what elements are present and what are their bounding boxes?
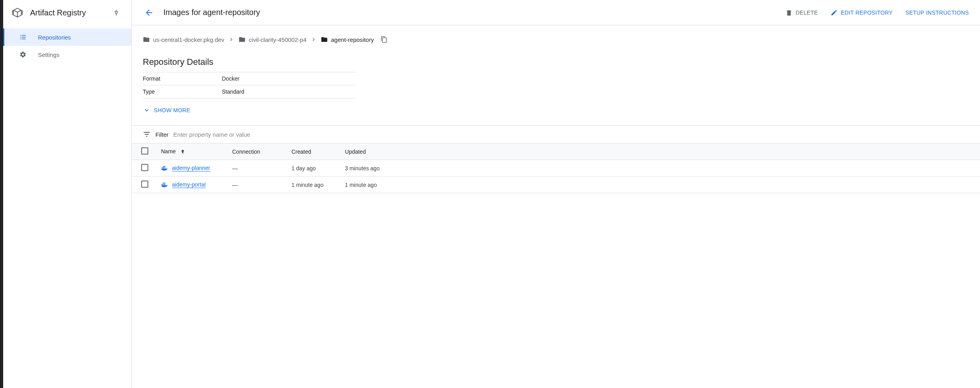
select-all-checkbox[interactable] [141, 147, 148, 154]
details-table: Format Docker Type Standard [143, 72, 356, 98]
cell-updated: 1 minute ago [339, 177, 980, 193]
breadcrumb-item[interactable]: us-central1-docker.pkg.dev [143, 36, 224, 43]
folder-icon [143, 36, 150, 43]
svg-rect-2 [20, 37, 21, 38]
sidebar-header: Artifact Registry [3, 0, 131, 25]
svg-rect-7 [163, 167, 164, 168]
svg-rect-5 [22, 39, 26, 40]
table-header-row: Name Connection Created Updated [132, 143, 980, 160]
cell-updated: 3 minutes ago [339, 160, 980, 177]
pencil-icon [831, 9, 838, 16]
svg-rect-15 [164, 183, 165, 184]
svg-rect-8 [164, 167, 165, 168]
delete-label: DELETE [796, 9, 818, 16]
docker-icon [161, 165, 169, 171]
details-value: Standard [222, 85, 356, 98]
sidebar-item-label: Repositories [38, 34, 71, 41]
svg-rect-13 [164, 184, 165, 185]
filter-bar: Filter [132, 125, 980, 143]
chevron-right-icon [228, 36, 235, 43]
svg-rect-9 [163, 166, 164, 167]
svg-rect-12 [163, 184, 164, 185]
gear-icon [19, 51, 27, 58]
sort-ascending-icon [180, 148, 186, 154]
details-value: Docker [222, 72, 356, 85]
svg-rect-11 [162, 184, 163, 185]
breadcrumb-label: agent-repository [331, 36, 374, 43]
column-header-created[interactable]: Created [285, 143, 339, 160]
column-header-name[interactable]: Name [155, 143, 226, 160]
back-button[interactable] [141, 5, 157, 21]
table-row: aidemy-planner — 1 day ago 3 minutes ago [132, 160, 980, 177]
breadcrumb: us-central1-docker.pkg.dev civil-clarity… [143, 33, 969, 46]
svg-rect-0 [20, 35, 21, 36]
svg-rect-10 [164, 166, 165, 167]
show-more-label: SHOW MORE [154, 107, 190, 113]
column-header-connection[interactable]: Connection [226, 143, 285, 160]
chevron-right-icon [310, 36, 317, 43]
cell-connection: — [226, 177, 285, 193]
setup-label: SETUP INSTRUCTIONS [905, 9, 969, 16]
svg-rect-4 [20, 39, 21, 40]
sidebar-item-settings[interactable]: Settings [3, 46, 131, 63]
content: us-central1-docker.pkg.dev civil-clarity… [132, 25, 980, 125]
copy-button[interactable] [378, 33, 390, 46]
toolbar: Images for agent-repository DELETE EDIT … [132, 0, 980, 25]
list-icon [19, 33, 27, 41]
sidebar-item-label: Settings [38, 51, 59, 58]
pin-button[interactable] [109, 6, 123, 20]
column-header-updated[interactable]: Updated [339, 143, 980, 160]
svg-rect-6 [162, 167, 163, 168]
folder-icon [321, 36, 328, 43]
delete-button[interactable]: DELETE [784, 6, 819, 19]
image-name-link[interactable]: aidemy-portal [172, 181, 206, 188]
breadcrumb-label: us-central1-docker.pkg.dev [153, 36, 224, 43]
main-content: Images for agent-repository DELETE EDIT … [132, 0, 980, 388]
nav-list: Repositories Settings [3, 25, 131, 63]
breadcrumb-item-current: agent-repository [321, 36, 374, 43]
artifact-registry-icon [11, 6, 24, 19]
breadcrumb-label: civil-clarity-450002-p4 [249, 36, 306, 43]
details-label: Type [143, 85, 222, 98]
edge-strip [0, 0, 3, 388]
product-title: Artifact Registry [30, 8, 109, 17]
trash-icon [785, 9, 793, 16]
details-row: Type Standard [143, 85, 356, 98]
page-title: Images for agent-repository [163, 8, 781, 17]
cell-created: 1 day ago [285, 160, 339, 177]
details-label: Format [143, 72, 222, 85]
svg-rect-14 [163, 183, 164, 184]
table-row: aidemy-portal — 1 minute ago 1 minute ag… [132, 177, 980, 193]
toolbar-actions: DELETE EDIT REPOSITORY SETUP INSTRUCTION… [784, 6, 971, 19]
edit-repository-button[interactable]: EDIT REPOSITORY [829, 6, 894, 19]
details-row: Format Docker [143, 72, 356, 85]
sidebar-item-repositories[interactable]: Repositories [3, 28, 131, 46]
row-checkbox[interactable] [141, 164, 148, 171]
docker-icon [161, 182, 169, 188]
svg-rect-3 [22, 37, 26, 38]
svg-rect-1 [22, 35, 26, 36]
chevron-down-icon [143, 106, 151, 114]
filter-icon [143, 130, 151, 138]
breadcrumb-item[interactable]: civil-clarity-450002-p4 [238, 36, 306, 43]
cell-created: 1 minute ago [285, 177, 339, 193]
image-name-link[interactable]: aidemy-planner [172, 165, 210, 171]
filter-label: Filter [155, 131, 168, 138]
folder-icon [238, 36, 246, 43]
cell-connection: — [226, 160, 285, 177]
edit-label: EDIT REPOSITORY [841, 9, 893, 16]
section-title: Repository Details [143, 57, 969, 67]
images-table: Name Connection Created Updated [132, 143, 980, 193]
show-more-button[interactable]: SHOW MORE [143, 103, 969, 117]
row-checkbox[interactable] [141, 181, 148, 188]
sidebar: Artifact Registry Repositories [3, 0, 132, 388]
filter-input[interactable] [173, 131, 969, 138]
setup-instructions-button[interactable]: SETUP INSTRUCTIONS [904, 6, 971, 19]
